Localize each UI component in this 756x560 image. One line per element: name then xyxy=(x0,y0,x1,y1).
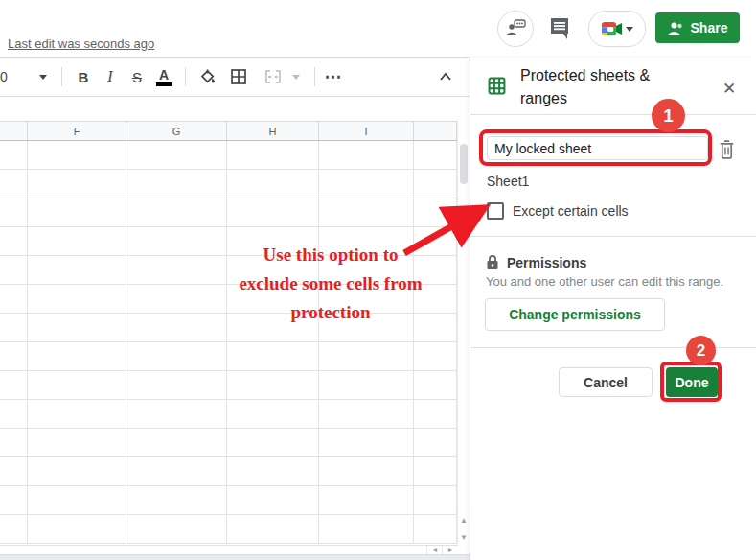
column-header[interactable] xyxy=(414,122,457,140)
grid-cell[interactable] xyxy=(28,429,126,456)
grid-cell[interactable] xyxy=(0,141,28,169)
grid-cell[interactable] xyxy=(319,170,414,198)
grid-cell[interactable] xyxy=(319,256,414,284)
grid-cell[interactable] xyxy=(126,429,227,456)
grid-cell[interactable] xyxy=(28,170,126,198)
grid-cell[interactable] xyxy=(126,170,227,198)
grid-cell[interactable] xyxy=(28,457,126,485)
presence-history-button[interactable] xyxy=(497,11,534,47)
cancel-button[interactable]: Cancel xyxy=(559,367,653,397)
grid-cell[interactable] xyxy=(0,515,28,543)
grid-cell[interactable] xyxy=(414,227,457,255)
grid-cell[interactable] xyxy=(227,371,319,399)
grid-cell[interactable] xyxy=(28,371,126,399)
last-edit-link[interactable]: Last edit was seconds ago xyxy=(8,35,154,52)
grid-cell[interactable] xyxy=(126,400,227,428)
vertical-scrollbar-thumb[interactable] xyxy=(460,144,468,184)
text-color-button[interactable]: A xyxy=(153,65,174,88)
column-header[interactable]: G xyxy=(126,122,227,140)
delete-protection-button[interactable] xyxy=(718,139,736,164)
grid-cell[interactable] xyxy=(319,515,414,543)
grid-cell[interactable] xyxy=(28,141,126,169)
fill-color-button[interactable] xyxy=(197,65,218,88)
grid-cell[interactable] xyxy=(0,457,28,485)
grid-cell[interactable] xyxy=(414,285,457,313)
grid-cell[interactable] xyxy=(126,198,227,226)
grid-cell[interactable] xyxy=(28,515,126,543)
grid-cell[interactable] xyxy=(319,227,414,255)
column-header[interactable]: F xyxy=(28,122,126,140)
grid-cell[interactable] xyxy=(227,400,319,428)
grid-cell[interactable] xyxy=(319,400,414,428)
grid-cell[interactable] xyxy=(0,314,28,341)
grid-cell[interactable] xyxy=(126,457,227,485)
collapse-toolbar-button[interactable] xyxy=(435,65,456,88)
close-panel-button[interactable]: ✕ xyxy=(722,79,736,99)
column-header[interactable]: H xyxy=(227,122,319,140)
grid-cell[interactable] xyxy=(414,342,457,370)
meet-dropdown-caret-icon[interactable] xyxy=(626,27,633,32)
grid-cell[interactable] xyxy=(126,141,227,169)
column-header[interactable]: I xyxy=(319,122,414,140)
meet-button[interactable] xyxy=(588,11,646,47)
grid-cell[interactable] xyxy=(319,285,414,313)
grid-cell[interactable] xyxy=(0,400,28,428)
grid-cell[interactable] xyxy=(126,256,227,284)
scroll-left-button[interactable]: ◄ xyxy=(426,546,443,554)
grid-cell[interactable] xyxy=(227,342,319,370)
grid-cell[interactable] xyxy=(28,486,126,514)
grid-cell[interactable] xyxy=(227,515,319,543)
grid-cell[interactable] xyxy=(126,515,227,543)
grid-cell[interactable] xyxy=(126,285,227,313)
scroll-down-button[interactable]: ▼ xyxy=(459,533,469,543)
grid-cell[interactable] xyxy=(0,285,28,313)
grid-cell[interactable] xyxy=(0,371,28,399)
grid-cell[interactable] xyxy=(319,141,414,169)
grid-cell[interactable] xyxy=(227,227,319,255)
grid-cell[interactable] xyxy=(126,342,227,370)
vertical-scrollbar[interactable]: ▲ ▼ xyxy=(457,121,470,545)
except-cells-checkbox[interactable] xyxy=(487,202,504,220)
grid-cell[interactable] xyxy=(414,457,457,485)
grid-cell[interactable] xyxy=(28,314,126,341)
scroll-right-button[interactable]: ► xyxy=(442,546,458,554)
grid-cell[interactable] xyxy=(0,342,28,370)
except-cells-label[interactable]: Except certain cells xyxy=(513,203,629,219)
grid-cell[interactable] xyxy=(414,141,457,169)
bold-button[interactable]: B xyxy=(73,65,94,88)
strikethrough-button[interactable]: S xyxy=(126,65,148,88)
grid-cell[interactable] xyxy=(414,314,457,341)
grid-cell[interactable] xyxy=(414,429,457,456)
grid-cell[interactable] xyxy=(227,285,319,313)
comment-button[interactable] xyxy=(548,16,571,44)
grid-cell[interactable] xyxy=(0,486,28,514)
grid-cell[interactable] xyxy=(414,371,457,399)
grid-cell[interactable] xyxy=(227,429,319,456)
grid-cell[interactable] xyxy=(414,198,457,226)
grid-cell[interactable] xyxy=(227,457,319,485)
grid-cell[interactable] xyxy=(0,256,28,284)
grid-cell[interactable] xyxy=(28,400,126,428)
grid-cell[interactable] xyxy=(319,198,414,226)
grid-cell[interactable] xyxy=(414,515,457,543)
grid-cell[interactable] xyxy=(126,486,227,514)
grid-cell[interactable] xyxy=(227,141,319,169)
grid-cell[interactable] xyxy=(126,314,227,341)
grid-cell[interactable] xyxy=(414,170,457,198)
grid-cell[interactable] xyxy=(0,198,28,226)
grid-cell[interactable] xyxy=(28,227,126,255)
grid-cell[interactable] xyxy=(319,371,414,399)
grid-cell[interactable] xyxy=(227,314,319,341)
grid-cell[interactable] xyxy=(126,227,227,255)
done-button[interactable]: Done xyxy=(666,367,718,397)
italic-button[interactable]: I xyxy=(100,65,121,88)
grid-cell[interactable] xyxy=(28,256,126,284)
grid-cell[interactable] xyxy=(0,227,28,255)
grid-cell[interactable] xyxy=(414,256,457,284)
grid-cell[interactable] xyxy=(319,486,414,514)
grid-cell[interactable] xyxy=(319,457,414,485)
merge-cells-button[interactable] xyxy=(263,65,284,88)
scroll-up-button[interactable]: ▲ xyxy=(459,516,469,525)
share-button[interactable]: Share xyxy=(655,12,740,43)
change-permissions-button[interactable]: Change permissions xyxy=(485,298,665,331)
